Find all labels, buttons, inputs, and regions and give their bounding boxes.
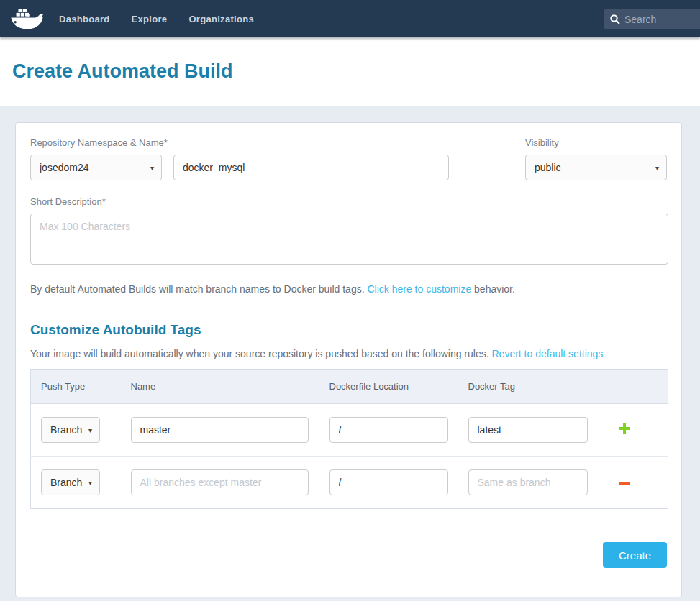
- top-navbar: Dashboard Explore Organizations: [0, 0, 700, 37]
- chevron-down-icon: ▾: [150, 164, 154, 172]
- page-header: Create Automated Build: [0, 37, 700, 106]
- dockerfile-location-input-row2[interactable]: [329, 469, 448, 495]
- short-description-textarea[interactable]: [30, 214, 668, 265]
- chevron-down-icon: ▾: [88, 426, 92, 434]
- search-icon: [610, 14, 620, 24]
- chevron-down-icon: ▾: [88, 479, 92, 487]
- chevron-down-icon: ▾: [655, 164, 659, 172]
- push-type-select-row1[interactable]: Branch ▾: [41, 417, 100, 443]
- page-title: Create Automated Build: [12, 60, 233, 83]
- namespace-select-value: josedom24: [40, 162, 89, 173]
- table-row: Branch ▾: [31, 457, 668, 509]
- main-content: Repository Namespace & Name* josedom24 ▾…: [0, 106, 700, 597]
- nav-link-explore[interactable]: Explore: [132, 14, 168, 24]
- default-behavior-note: By default Automated Builds will match b…: [30, 283, 667, 295]
- nav-link-organizations[interactable]: Organizations: [188, 14, 254, 24]
- dockerfile-location-input-row1[interactable]: [329, 417, 448, 443]
- customize-behavior-link[interactable]: Click here to customize: [367, 283, 471, 295]
- table-header-row: Push Type Name Dockerfile Location Docke…: [31, 370, 668, 404]
- create-button[interactable]: Create: [603, 542, 667, 568]
- docker-tag-input-row1[interactable]: [468, 417, 588, 443]
- push-type-value: Branch: [50, 477, 82, 488]
- autobuild-rules-table: Push Type Name Dockerfile Location Docke…: [30, 369, 668, 509]
- nav-links: Dashboard Explore Organizations: [59, 14, 254, 24]
- visibility-select-value: public: [535, 162, 561, 173]
- branch-name-input-row2[interactable]: [131, 469, 309, 495]
- table-row: Branch ▾: [31, 404, 668, 457]
- note-text-after: behavior.: [471, 283, 515, 295]
- customize-autobuild-tags-heading: Customize Autobuild Tags: [30, 322, 667, 338]
- add-rule-icon[interactable]: [619, 423, 630, 434]
- push-type-value: Branch: [50, 424, 82, 436]
- remove-rule-icon[interactable]: [619, 482, 630, 485]
- branch-name-input-row1[interactable]: [131, 417, 309, 443]
- short-description-label: Short Description*: [30, 196, 667, 207]
- header-actions: [599, 370, 668, 404]
- revert-default-settings-link[interactable]: Revert to default settings: [492, 348, 604, 359]
- header-docker-tag: Docker Tag: [458, 370, 599, 404]
- search-input[interactable]: [624, 14, 700, 25]
- visibility-select[interactable]: public ▾: [525, 155, 667, 180]
- namespace-select[interactable]: josedom24 ▾: [30, 155, 162, 180]
- autobuild-description: Your image will build automatically when…: [30, 348, 667, 359]
- push-type-select-row2[interactable]: Branch ▾: [41, 469, 100, 495]
- create-build-card: Repository Namespace & Name* josedom24 ▾…: [15, 122, 682, 597]
- autobuild-description-text: Your image will build automatically when…: [30, 348, 492, 359]
- note-text-before: By default Automated Builds will match b…: [30, 283, 367, 295]
- search-box[interactable]: [604, 9, 700, 29]
- header-push-type: Push Type: [31, 370, 121, 404]
- docker-whale-icon: [9, 6, 43, 32]
- repo-name-input[interactable]: [173, 155, 449, 180]
- nav-link-dashboard[interactable]: Dashboard: [59, 14, 110, 24]
- docker-logo[interactable]: [9, 6, 43, 32]
- repo-namespace-name-label: Repository Namespace & Name*: [30, 137, 449, 148]
- docker-tag-input-row2[interactable]: [468, 469, 588, 495]
- visibility-label: Visibility: [525, 137, 667, 148]
- header-name: Name: [121, 370, 319, 404]
- header-dockerfile-location: Dockerfile Location: [319, 370, 458, 404]
